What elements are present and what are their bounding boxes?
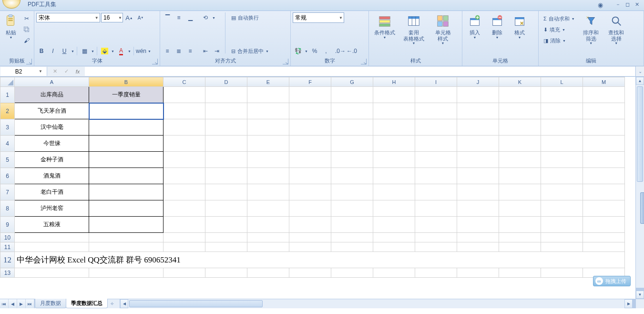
fill-button[interactable]: ⬇填充▼ <box>541 24 578 35</box>
sheet-tab-季度数据汇总[interactable]: 季度数据汇总 <box>66 299 108 308</box>
cell-F7[interactable] <box>289 184 331 200</box>
cell-H6[interactable] <box>373 168 415 184</box>
row-header-12[interactable]: 12 <box>0 252 15 268</box>
cell-F3[interactable] <box>289 119 331 136</box>
cell-M8[interactable] <box>583 200 625 217</box>
cell-J2[interactable] <box>457 103 499 119</box>
cell-H11[interactable] <box>373 242 415 252</box>
cell-D13[interactable] <box>205 268 247 278</box>
align-right-button[interactable]: ≡ <box>185 46 195 56</box>
cell-H5[interactable] <box>373 152 415 168</box>
cell-D7[interactable] <box>205 184 247 200</box>
cell-D9[interactable] <box>205 217 247 233</box>
spreadsheet-grid[interactable]: ABCDEFGHIJKLM1出库商品一季度销量2飞天茅台酒3汉中仙毫4今世缘5金… <box>0 77 625 278</box>
chevron-down-icon[interactable]: ▼ <box>37 69 44 73</box>
cell-A8[interactable]: 泸州老窖 <box>15 200 89 217</box>
col-header-A[interactable]: A <box>15 77 89 87</box>
cell-J4[interactable] <box>457 136 499 152</box>
col-header-H[interactable]: H <box>373 77 415 87</box>
cancel-formula-button[interactable]: ✕ <box>50 67 60 76</box>
cell-D3[interactable] <box>205 119 247 136</box>
cell-A6[interactable]: 酒鬼酒 <box>15 168 89 184</box>
cell-K7[interactable] <box>499 184 541 200</box>
cell-M1[interactable] <box>583 87 625 103</box>
cell-J1[interactable] <box>457 87 499 103</box>
shrink-font-button[interactable]: A▼ <box>135 12 146 23</box>
cell-L2[interactable] <box>541 103 583 119</box>
bold-button[interactable]: B <box>36 46 47 56</box>
row-header-5[interactable]: 5 <box>0 152 15 168</box>
row-header-8[interactable]: 8 <box>0 200 15 217</box>
cell-D2[interactable] <box>205 103 247 119</box>
font-dialog-launcher[interactable] <box>152 59 158 64</box>
align-top-button[interactable]: ▔ <box>162 12 173 23</box>
cell-K13[interactable] <box>499 268 541 278</box>
cell-C13[interactable] <box>164 268 205 278</box>
row-header-10[interactable]: 10 <box>0 233 15 242</box>
cell-L7[interactable] <box>541 184 583 200</box>
cell-A13[interactable] <box>15 268 89 278</box>
col-header-G[interactable]: G <box>331 77 373 87</box>
cell-B8[interactable] <box>89 200 164 217</box>
cell-B11[interactable] <box>89 242 164 252</box>
row-header-2[interactable]: 2 <box>0 103 15 119</box>
cell-E13[interactable] <box>247 268 289 278</box>
cell-E3[interactable] <box>247 119 289 136</box>
cell-J13[interactable] <box>457 268 499 278</box>
col-header-K[interactable]: K <box>499 77 541 87</box>
enter-formula-button[interactable]: ✓ <box>61 67 72 76</box>
format-as-table-button[interactable]: 套用 表格格式▼ <box>400 12 428 46</box>
cell-A11[interactable] <box>15 242 89 252</box>
font-color-button[interactable]: A <box>116 46 126 56</box>
scroll-down-button[interactable]: ▼ <box>636 291 644 299</box>
chevron-down-icon[interactable]: ▼ <box>338 16 344 20</box>
cell-E7[interactable] <box>247 184 289 200</box>
cell-B5[interactable] <box>89 152 164 168</box>
scroll-up-button[interactable]: ▲ <box>636 77 644 85</box>
cell-H13[interactable] <box>373 268 415 278</box>
decrease-indent-button[interactable]: ⇤ <box>200 46 211 56</box>
prev-sheet-button[interactable]: ◀ <box>9 299 17 308</box>
cell-C7[interactable] <box>164 184 205 200</box>
sort-filter-button[interactable]: 排序和 筛选▼ <box>579 12 603 46</box>
fill-color-button[interactable]: ⬙ <box>99 46 110 56</box>
cell-I4[interactable] <box>415 136 457 152</box>
cell-D4[interactable] <box>205 136 247 152</box>
row-header-11[interactable]: 11 <box>0 242 15 252</box>
cell-G7[interactable] <box>331 184 373 200</box>
underline-button[interactable]: U <box>59 46 70 56</box>
cell-A1[interactable]: 出库商品 <box>15 87 89 103</box>
increase-decimal-button[interactable]: .0→ <box>335 46 346 56</box>
align-bottom-button[interactable]: ▁ <box>185 12 195 23</box>
cell-H1[interactable] <box>373 87 415 103</box>
format-cells-button[interactable]: 格式▼ <box>509 12 530 40</box>
copy-button[interactable]: ⿻ <box>21 24 32 35</box>
cell-G4[interactable] <box>331 136 373 152</box>
cell-F10[interactable] <box>289 233 331 242</box>
font-name-input[interactable] <box>37 14 93 21</box>
cell-K11[interactable] <box>499 242 541 252</box>
hscroll-thumb[interactable] <box>129 300 263 307</box>
number-format-combo[interactable]: ▼ <box>293 12 344 23</box>
clipboard-dialog-launcher[interactable] <box>26 59 32 64</box>
cell-L3[interactable] <box>541 119 583 136</box>
col-header-E[interactable]: E <box>247 77 289 87</box>
cell-F9[interactable] <box>289 217 331 233</box>
cell-D11[interactable] <box>205 242 247 252</box>
cell-L4[interactable] <box>541 136 583 152</box>
col-header-F[interactable]: F <box>289 77 331 87</box>
cell-H10[interactable] <box>373 233 415 242</box>
cell-E5[interactable] <box>247 152 289 168</box>
cell-K9[interactable] <box>499 217 541 233</box>
first-sheet-button[interactable]: ⏮ <box>0 299 9 308</box>
row-header-9[interactable]: 9 <box>0 217 15 233</box>
cell-M9[interactable] <box>583 217 625 233</box>
cell-G6[interactable] <box>331 168 373 184</box>
cell-C8[interactable] <box>164 200 205 217</box>
cell-E10[interactable] <box>247 233 289 242</box>
chevron-down-icon[interactable]: ▼ <box>93 16 100 20</box>
align-middle-button[interactable]: ≡ <box>174 12 184 23</box>
cell-J3[interactable] <box>457 119 499 136</box>
delete-cells-button[interactable]: 删除▼ <box>487 12 508 40</box>
cell-F8[interactable] <box>289 200 331 217</box>
